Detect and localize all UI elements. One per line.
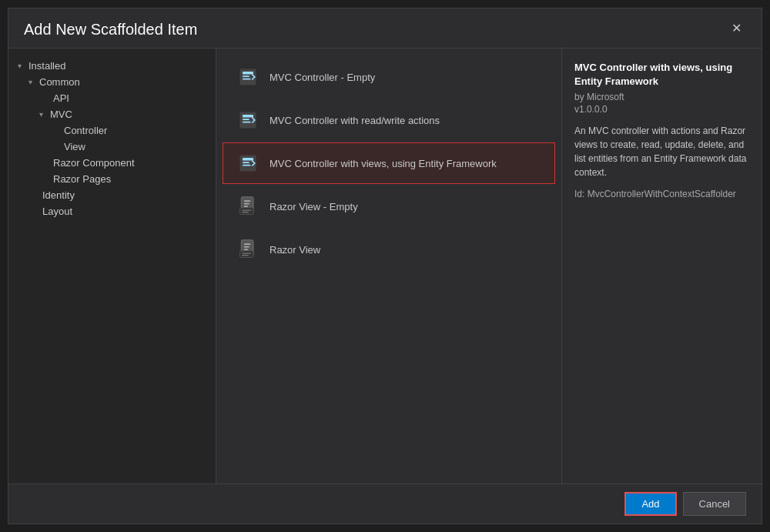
tree-item-common[interactable]: ▾Common xyxy=(8,74,216,90)
tree-item-label: View xyxy=(64,141,85,152)
svg-rect-23 xyxy=(240,251,254,258)
scaffold-item-mvc-readwrite[interactable]: MVC Controller with read/write actions xyxy=(223,99,555,141)
tree-item-controller[interactable]: Controller xyxy=(8,122,216,139)
mvc-controller-icon xyxy=(236,151,260,176)
svg-rect-14 xyxy=(244,203,249,205)
scaffold-item-mvc-ef[interactable]: MVC Controller with views, using Entity … xyxy=(223,142,555,184)
svg-rect-18 xyxy=(242,212,249,212)
close-button[interactable]: ✕ xyxy=(727,21,746,36)
tree-item-installed[interactable]: ▾Installed xyxy=(8,58,216,74)
razor-view-icon xyxy=(236,194,260,219)
scaffold-item-label: MVC Controller - Empty xyxy=(270,72,375,83)
right-panel: MVC Controller with views, using Entity … xyxy=(561,49,762,483)
tree-item-label: Razor Pages xyxy=(53,173,111,185)
middle-panel: MVC Controller - Empty MVC Controller wi… xyxy=(216,49,561,483)
scaffold-item-razor-view[interactable]: Razor View xyxy=(223,229,555,270)
tree-arrow-icon: ▾ xyxy=(18,62,25,70)
razor-view-icon xyxy=(236,237,260,262)
svg-rect-13 xyxy=(244,200,251,202)
detail-id: Id: MvcControllerWithContextScaffolder xyxy=(574,189,749,199)
tree-arrow-icon: ▾ xyxy=(39,110,47,119)
tree-item-view[interactable]: View xyxy=(8,139,216,155)
detail-by: by Microsoft xyxy=(574,92,749,102)
dialog: Add New Scaffolded Item ✕ ▾Installed▾Com… xyxy=(8,8,762,524)
detail-title: MVC Controller with views, using Entity … xyxy=(574,61,749,89)
tree-section: ▾Installed▾CommonAPI▾MVCControllerViewRa… xyxy=(8,55,216,223)
svg-rect-6 xyxy=(243,119,249,120)
scaffold-item-mvc-empty[interactable]: MVC Controller - Empty xyxy=(223,56,555,98)
scaffold-item-label: MVC Controller with read/write actions xyxy=(270,115,440,126)
content-area: ▾Installed▾CommonAPI▾MVCControllerViewRa… xyxy=(8,49,762,483)
svg-rect-17 xyxy=(242,209,251,210)
mvc-controller-icon xyxy=(236,108,260,132)
scaffold-item-label: Razor View - Empty xyxy=(270,201,358,212)
scaffold-item-label: Razor View xyxy=(270,244,320,256)
title-bar: Add New Scaffolded Item ✕ xyxy=(8,8,762,49)
svg-rect-10 xyxy=(243,162,249,163)
tree-item-label: Installed xyxy=(28,60,65,72)
svg-rect-1 xyxy=(243,72,253,75)
tree-item-identity[interactable]: Identity xyxy=(8,187,216,203)
tree-item-label: Common xyxy=(39,76,80,88)
mvc-controller-icon xyxy=(236,65,260,89)
scaffold-item-label: MVC Controller with views, using Entity … xyxy=(270,158,497,169)
tree-item-api[interactable]: API xyxy=(8,90,216,106)
tree-arrow-icon: ▾ xyxy=(28,78,36,86)
add-button[interactable]: Add xyxy=(624,492,676,516)
svg-rect-22 xyxy=(244,249,248,250)
tree-item-mvc[interactable]: ▾MVC xyxy=(8,106,216,122)
tree-item-label: Layout xyxy=(42,206,72,217)
svg-rect-7 xyxy=(243,122,251,123)
svg-rect-2 xyxy=(243,75,249,77)
cancel-button[interactable]: Cancel xyxy=(683,492,746,516)
left-panel: ▾Installed▾CommonAPI▾MVCControllerViewRa… xyxy=(8,49,216,483)
tree-item-label: API xyxy=(53,92,69,104)
svg-rect-21 xyxy=(244,246,249,248)
tree-item-label: MVC xyxy=(50,109,72,120)
scaffold-item-razor-empty[interactable]: Razor View - Empty xyxy=(223,186,555,227)
tree-item-label: Identity xyxy=(42,189,75,201)
svg-rect-3 xyxy=(243,79,251,80)
svg-rect-5 xyxy=(243,115,253,118)
svg-rect-16 xyxy=(240,208,254,215)
svg-rect-20 xyxy=(244,243,251,245)
svg-rect-25 xyxy=(242,255,249,256)
svg-rect-9 xyxy=(243,158,253,161)
tree-item-label: Controller xyxy=(64,125,107,136)
bottom-bar: Add Cancel xyxy=(8,483,762,524)
dialog-title: Add New Scaffolded Item xyxy=(24,21,197,38)
detail-description: An MVC controller with actions and Razor… xyxy=(574,124,749,179)
tree-item-razor-pages[interactable]: Razor Pages xyxy=(8,171,216,187)
svg-rect-11 xyxy=(243,165,251,166)
detail-version: v1.0.0.0 xyxy=(574,104,749,115)
svg-rect-15 xyxy=(244,206,248,207)
tree-item-razor-component[interactable]: Razor Component xyxy=(8,155,216,171)
tree-item-label: Razor Component xyxy=(53,157,135,169)
tree-item-layout[interactable]: Layout xyxy=(8,203,216,219)
svg-rect-24 xyxy=(242,253,251,253)
